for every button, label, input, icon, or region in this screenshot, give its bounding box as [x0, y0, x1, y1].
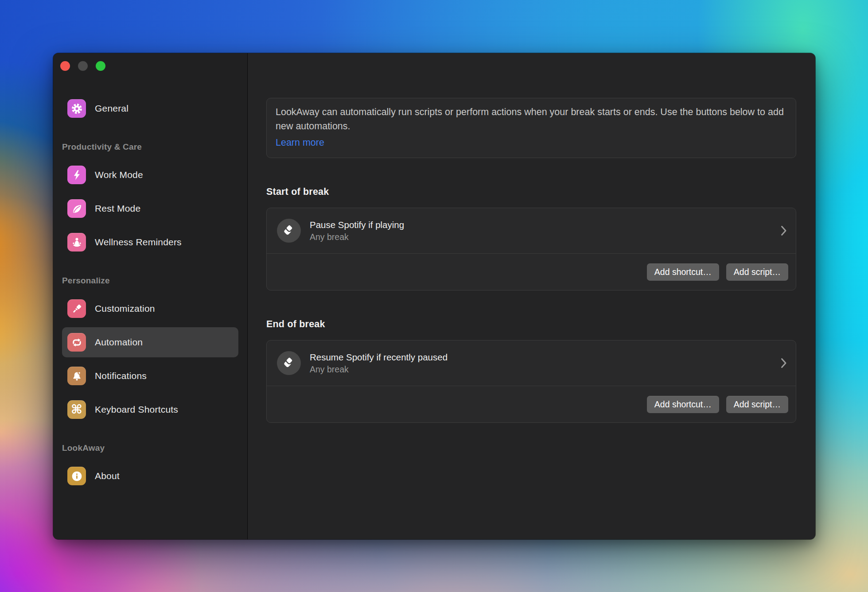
settings-window: General Productivity & Care Work Mode — [53, 53, 815, 539]
sidebar: General Productivity & Care Work Mode — [53, 53, 248, 539]
sidebar-item-label: Rest Mode — [95, 203, 140, 214]
sidebar-nav: General Productivity & Care Work Mode — [53, 53, 247, 491]
sidebar-item-label: Work Mode — [95, 170, 143, 180]
sidebar-item-label: General — [95, 103, 128, 114]
shortcuts-icon — [277, 219, 301, 243]
add-shortcut-button[interactable]: Add shortcut… — [647, 396, 719, 413]
sidebar-section-header: LookAway — [62, 443, 238, 453]
sidebar-item-general[interactable]: General — [62, 93, 238, 124]
sidebar-item-work-mode[interactable]: Work Mode — [62, 160, 238, 190]
automation-row[interactable]: Pause Spotify if playing Any break — [267, 208, 796, 253]
command-icon: ⌘ — [67, 400, 86, 419]
chevron-right-icon — [781, 225, 787, 236]
bolt-icon — [67, 166, 86, 184]
add-shortcut-button[interactable]: Add shortcut… — [647, 263, 719, 281]
sidebar-item-keyboard-shortcuts[interactable]: ⌘ Keyboard Shortcuts — [62, 395, 238, 425]
automation-text: Resume Spotify if recently paused Any br… — [310, 352, 781, 375]
sidebar-item-label: Keyboard Shortcuts — [95, 404, 178, 415]
info-text: LookAway can automatically run scripts o… — [276, 105, 787, 133]
gear-icon — [67, 99, 86, 118]
sidebar-item-customization[interactable]: Customization — [62, 294, 238, 324]
automation-panel: LookAway can automatically run scripts o… — [248, 53, 815, 539]
sidebar-item-label: Customization — [95, 303, 155, 314]
automation-text: Pause Spotify if playing Any break — [310, 220, 781, 242]
card-button-row: Add shortcut… Add script… — [267, 386, 796, 422]
sidebar-item-notifications[interactable]: Notifications — [62, 361, 238, 391]
automation-name: Pause Spotify if playing — [310, 220, 781, 230]
automation-detail: Any break — [310, 232, 781, 242]
sidebar-item-automation[interactable]: Automation — [62, 327, 238, 357]
info-icon — [67, 467, 86, 485]
bell-icon — [67, 367, 86, 385]
shortcuts-icon — [277, 351, 301, 375]
add-script-button[interactable]: Add script… — [726, 263, 788, 281]
sidebar-item-rest-mode[interactable]: Rest Mode — [62, 193, 238, 224]
learn-more-link[interactable]: Learn more — [276, 136, 324, 149]
info-box: LookAway can automatically run scripts o… — [266, 98, 796, 158]
zoom-button[interactable] — [96, 61, 105, 71]
add-script-button[interactable]: Add script… — [726, 396, 788, 413]
close-button[interactable] — [60, 61, 70, 71]
sidebar-item-label: Wellness Reminders — [95, 237, 182, 248]
automation-row[interactable]: Resume Spotify if recently paused Any br… — [267, 340, 796, 386]
repeat-icon — [67, 333, 86, 352]
sidebar-section-header: Personalize — [62, 276, 238, 286]
leaf-icon — [67, 199, 86, 218]
traffic-lights — [60, 61, 105, 71]
sidebar-item-label: Notifications — [95, 371, 147, 381]
section-title-end-of-break: End of break — [266, 319, 796, 330]
chevron-right-icon — [781, 358, 787, 368]
sidebar-item-label: About — [95, 471, 120, 481]
automation-detail: Any break — [310, 364, 781, 375]
automation-name: Resume Spotify if recently paused — [310, 352, 781, 363]
sidebar-item-label: Automation — [95, 337, 143, 348]
meditation-icon — [67, 233, 86, 252]
automation-card-start: Pause Spotify if playing Any break Add s… — [266, 208, 796, 290]
sidebar-section-header: Productivity & Care — [62, 142, 238, 152]
card-button-row: Add shortcut… Add script… — [267, 254, 796, 290]
sidebar-item-about[interactable]: About — [62, 461, 238, 491]
paintbrush-icon — [67, 299, 86, 318]
section-title-start-of-break: Start of break — [266, 186, 796, 197]
sidebar-item-wellness-reminders[interactable]: Wellness Reminders — [62, 227, 238, 257]
automation-card-end: Resume Spotify if recently paused Any br… — [266, 340, 796, 423]
minimize-button[interactable] — [78, 61, 88, 71]
